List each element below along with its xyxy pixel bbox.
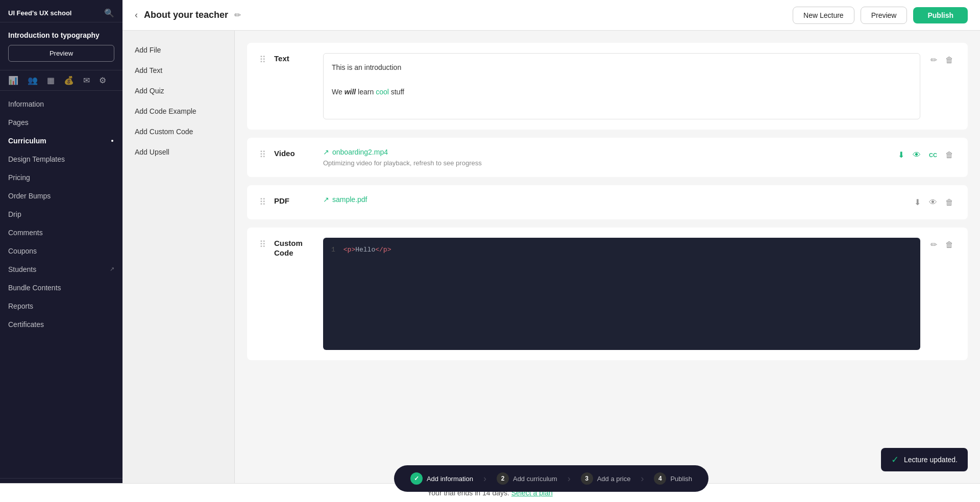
add-code-example-item[interactable]: Add Code Example [122, 102, 234, 120]
pdf-block-content: ↗ sample.pdf [323, 195, 904, 204]
step-4[interactable]: 4 Publish [648, 470, 698, 487]
text-edit-button[interactable]: ✏ [928, 53, 939, 67]
video-block-content: ↗ onboarding2.mp4 Optimizing video for p… [323, 148, 888, 167]
video-preview-button[interactable]: 👁 [911, 148, 923, 162]
code-inner: Hello [355, 246, 375, 254]
right-panel: ⠿ Text This is an introduction We will l… [235, 31, 980, 502]
drag-handle-text[interactable]: ⠿ [259, 53, 266, 65]
sidebar-item-pages[interactable]: Pages [0, 113, 122, 132]
step-1-circle: ✓ [410, 472, 423, 485]
sidebar-item-label: Certificates [8, 320, 44, 329]
external-icon-pdf: ↗ [323, 195, 329, 204]
add-quiz-item[interactable]: Add Quiz [122, 82, 234, 100]
preview-button[interactable]: Preview [861, 7, 908, 24]
text-delete-button[interactable]: 🗑 [943, 54, 955, 67]
settings-icon[interactable]: ⚙ [99, 76, 106, 85]
sidebar-header: UI Feed's UX school 🔍 [0, 0, 122, 22]
topbar: ‹ About your teacher ✏ New Lecture Previ… [122, 0, 980, 31]
pdf-preview-button[interactable]: 👁 [927, 196, 939, 209]
brand-name: UI Feed's UX school [8, 9, 71, 17]
sidebar-item-certificates[interactable]: Certificates [0, 315, 122, 334]
sidebar-item-label: Students [8, 265, 36, 273]
code-editor[interactable]: 1 <p>Hello</p> [323, 238, 920, 350]
sidebar-item-students[interactable]: Students ↗ [0, 260, 122, 279]
course-preview-button[interactable]: Preview [8, 45, 114, 62]
sidebar-item-label: Pricing [8, 173, 30, 182]
toast-message: Lecture updated. [904, 456, 958, 464]
video-block-type: Video [274, 148, 315, 158]
video-cc-button[interactable]: CC [927, 150, 939, 160]
step-3-label: Add a price [597, 475, 631, 483]
sidebar-item-label: Drip [8, 210, 21, 218]
search-icon[interactable]: 🔍 [104, 8, 114, 18]
sidebar-item-curriculum[interactable]: Curriculum [0, 132, 122, 150]
text-block-actions: ✏ 🗑 [928, 53, 955, 67]
sidebar-item-label: Comments [8, 229, 43, 237]
pdf-file-link[interactable]: ↗ sample.pdf [323, 195, 904, 204]
pdf-block: ⠿ PDF ↗ sample.pdf ⬇ 👁 🗑 [247, 185, 968, 219]
topbar-left: ‹ About your teacher ✏ [135, 10, 241, 20]
add-text-item[interactable]: Add Text [122, 61, 234, 80]
video-delete-button[interactable]: 🗑 [943, 148, 955, 162]
sidebar-item-reports[interactable]: Reports [0, 297, 122, 315]
code-delete-button[interactable]: 🗑 [943, 238, 955, 252]
drag-handle-video[interactable]: ⠿ [259, 148, 266, 160]
main-area: ‹ About your teacher ✏ New Lecture Previ… [122, 0, 980, 502]
code-block-actions: ✏ 🗑 [928, 238, 955, 252]
video-download-button[interactable]: ⬇ [896, 148, 906, 162]
code-tag-close: </p> [375, 246, 391, 254]
pdf-delete-button[interactable]: 🗑 [943, 196, 955, 209]
sidebar-item-pricing[interactable]: Pricing [0, 168, 122, 187]
back-button[interactable]: ‹ [135, 10, 138, 20]
code-edit-button[interactable]: ✏ [928, 238, 939, 252]
step-2-label: Add curriculum [513, 475, 557, 483]
sidebar-item-coupons[interactable]: Coupons [0, 242, 122, 260]
pdf-block-type: PDF [274, 195, 315, 205]
sidebar-item-bundle-contents[interactable]: Bundle Contents [0, 279, 122, 297]
custom-code-block: ⠿ Custom Code 1 <p>Hello</p> ✏ 🗑 [247, 228, 968, 360]
sidebar-nav: Information Pages Curriculum Design Temp… [0, 91, 122, 478]
step-3[interactable]: 3 Add a price [575, 470, 637, 487]
drag-handle-code[interactable]: ⠿ [259, 238, 266, 250]
add-custom-code-item[interactable]: Add Custom Code [122, 122, 234, 141]
sidebar-item-label: Curriculum [8, 137, 46, 145]
drag-handle-pdf[interactable]: ⠿ [259, 195, 266, 208]
add-upsell-item[interactable]: Add Upsell [122, 143, 234, 161]
progress-steps: ✓ Add information › 2 Add curriculum › 3… [394, 465, 708, 492]
text-bold-word: will [345, 88, 356, 96]
mail-icon[interactable]: ✉ [83, 76, 90, 85]
step-2-circle: 2 [497, 472, 509, 485]
external-icon: ↗ [323, 148, 329, 156]
sidebar-item-design-templates[interactable]: Design Templates [0, 150, 122, 168]
pdf-download-button[interactable]: ⬇ [912, 195, 923, 209]
left-panel: Add File Add Text Add Quiz Add Code Exam… [122, 31, 235, 502]
publish-button[interactable]: Publish [913, 7, 968, 23]
curriculum-badge [110, 139, 114, 143]
step-2[interactable]: 2 Add curriculum [491, 470, 564, 487]
analytics-icon[interactable]: 📊 [8, 76, 18, 85]
video-block: ⠿ Video ↗ onboarding2.mp4 Optimizing vid… [247, 138, 968, 177]
sidebar-item-information[interactable]: Information [0, 95, 122, 113]
new-lecture-button[interactable]: New Lecture [793, 7, 854, 24]
sidebar-item-label: Pages [8, 118, 29, 127]
edit-title-icon[interactable]: ✏ [234, 10, 241, 20]
sidebar-item-order-bumps[interactable]: Order Bumps [0, 187, 122, 205]
users-icon[interactable]: 👥 [28, 76, 38, 85]
custom-code-label: Custom Code [274, 238, 315, 257]
text-editor[interactable]: This is an introduction We will learn co… [323, 53, 920, 119]
sidebar-item-comments[interactable]: Comments [0, 223, 122, 242]
video-file-link[interactable]: ↗ onboarding2.mp4 [323, 148, 888, 156]
sidebar-item-drip[interactable]: Drip [0, 205, 122, 223]
code-content: <p>Hello</p> [344, 246, 391, 342]
add-file-item[interactable]: Add File [122, 41, 234, 59]
revenue-icon[interactable]: 💰 [64, 76, 74, 85]
step-1-label: Add information [427, 475, 473, 483]
sidebar: UI Feed's UX school 🔍 Introduction to ty… [0, 0, 122, 502]
step-1[interactable]: ✓ Add information [404, 470, 479, 487]
video-subtext: Optimizing video for playback, refresh t… [323, 159, 888, 167]
step-4-circle: 4 [654, 472, 666, 485]
external-link-icon: ↗ [110, 266, 114, 272]
sidebar-item-label: Reports [8, 302, 33, 310]
pdf-filename: sample.pdf [332, 195, 367, 204]
dashboard-icon[interactable]: ▦ [47, 76, 55, 85]
